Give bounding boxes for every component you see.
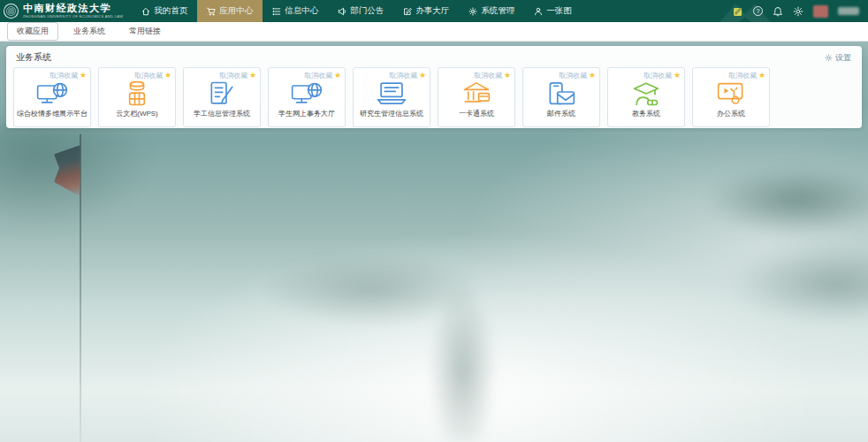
app-card-list: 取消收藏 ★ 综合校情多维展示平台 取消收藏 ★ <box>6 66 862 127</box>
palm-fronds-right <box>612 131 868 378</box>
unfavorite-button[interactable]: 取消收藏 ★ <box>49 71 87 80</box>
bank-card-icon <box>462 81 491 107</box>
star-icon: ★ <box>589 72 596 80</box>
gear-icon <box>468 7 477 16</box>
nav-item-label: 信息中心 <box>285 5 318 17</box>
avatar[interactable] <box>813 5 828 18</box>
unfavorite-button[interactable]: 取消收藏 ★ <box>304 71 341 80</box>
app-label: 云文档(WPS) <box>101 109 173 118</box>
nav-item-one-map[interactable]: 一张图 <box>524 0 582 22</box>
nav-item-label: 一张图 <box>546 5 572 17</box>
star-icon: ★ <box>334 72 341 80</box>
app-label: 一卡通系统 <box>440 109 513 118</box>
palm-trunk-center <box>265 256 645 442</box>
top-navbar: 中南财经政法大学 ZHONGNAN UNIVERSITY OF ECONOMIC… <box>0 0 868 22</box>
app-card[interactable]: 取消收藏 ★ 教务系统 <box>607 67 685 127</box>
doc-pencil-icon <box>209 80 235 107</box>
university-brand[interactable]: 中南财经政法大学 ZHONGNAN UNIVERSITY OF ECONOMIC… <box>0 0 132 22</box>
unfavorite-label: 取消收藏 <box>474 71 502 80</box>
unfavorite-button[interactable]: 取消收藏 ★ <box>643 71 681 80</box>
app-label: 学工信息管理系统 <box>186 109 258 118</box>
username-blurred[interactable] <box>838 7 859 15</box>
mail-phone-icon <box>547 81 575 107</box>
graduate-icon <box>633 80 659 107</box>
nav-item-app-center[interactable]: 应用中心 <box>197 0 263 22</box>
main-nav-menu: 我的首页 应用中心 信息中心 部门公告 办事大厅 系统管理 一张图 <box>132 0 582 22</box>
app-label: 学生网上事务大厅 <box>270 109 343 118</box>
unfavorite-button[interactable]: 取消收藏 ★ <box>728 71 765 80</box>
cloud-docs-icon <box>124 80 150 107</box>
nav-item-info-center[interactable]: 信息中心 <box>263 0 328 22</box>
unfavorite-button[interactable]: 取消收藏 ★ <box>474 71 511 80</box>
app-card[interactable]: 取消收藏 ★ 研究生管理信息系统 <box>353 67 430 127</box>
star-icon: ★ <box>504 72 511 80</box>
app-card[interactable]: 取消收藏 ★ 学生网上事务大厅 <box>268 67 346 127</box>
unfavorite-label: 取消收藏 <box>219 71 247 80</box>
nav-item-service-hall[interactable]: 办事大厅 <box>393 0 459 22</box>
unfavorite-button[interactable]: 取消收藏 ★ <box>559 71 596 80</box>
app-card[interactable]: 取消收藏 ★ 云文档(WPS) <box>98 67 176 127</box>
star-icon: ★ <box>249 72 256 80</box>
tab-common-links[interactable]: 常用链接 <box>120 23 170 40</box>
app-label: 综合校情多维展示平台 <box>16 109 88 118</box>
gear-icon <box>825 54 833 62</box>
business-systems-panel: 业务系统 设置 取消收藏 ★ 综合校情多维展示平台 取消收藏 ★ <box>6 46 862 128</box>
home-icon <box>141 7 150 16</box>
university-seal-icon <box>4 4 19 19</box>
star-icon: ★ <box>674 72 681 80</box>
nav-item-label: 部门公告 <box>350 5 384 17</box>
app-card[interactable]: 取消收藏 ★ 邮件系统 <box>522 67 600 127</box>
unfavorite-label: 取消收藏 <box>643 71 672 80</box>
app-label: 办公系统 <box>695 109 767 118</box>
star-icon: ★ <box>758 72 765 80</box>
app-label: 邮件系统 <box>525 109 598 118</box>
unfavorite-label: 取消收藏 <box>728 71 757 80</box>
panel-title: 业务系统 <box>16 51 51 64</box>
university-name-en: ZHONGNAN UNIVERSITY OF ECONOMICS AND LAW <box>23 15 123 19</box>
cart-icon <box>207 7 216 16</box>
app-card[interactable]: 取消收藏 ★ 学工信息管理系统 <box>183 67 261 127</box>
monitor-globe-icon <box>36 80 68 107</box>
unfavorite-button[interactable]: 取消收藏 ★ <box>219 71 256 80</box>
user-icon <box>534 7 543 16</box>
nav-item-dept-announcements[interactable]: 部门公告 <box>328 0 393 22</box>
app-tabs: 收藏应用 业务系统 常用链接 <box>0 22 868 42</box>
panel-settings-button[interactable]: 设置 <box>825 52 851 64</box>
nav-item-my-home[interactable]: 我的首页 <box>132 0 197 22</box>
app-label: 研究生管理信息系统 <box>355 109 428 118</box>
app-card[interactable]: 取消收藏 ★ 办公系统 <box>692 67 770 127</box>
university-name: 中南财经政法大学 <box>23 4 123 13</box>
unfavorite-label: 取消收藏 <box>304 71 332 80</box>
star-icon: ★ <box>80 72 87 80</box>
app-label: 教务系统 <box>610 109 682 118</box>
bell-icon[interactable] <box>773 6 783 17</box>
nav-item-label: 我的首页 <box>154 5 187 17</box>
unfavorite-label: 取消收藏 <box>49 71 78 80</box>
nav-item-label: 系统管理 <box>481 5 514 17</box>
settings-icon[interactable] <box>793 6 803 17</box>
app-card[interactable]: 取消收藏 ★ 综合校情多维展示平台 <box>13 67 91 127</box>
unfavorite-button[interactable]: 取消收藏 ★ <box>134 71 171 80</box>
monitor-globe-icon <box>291 80 323 107</box>
megaphone-icon <box>338 7 346 16</box>
tab-business-systems[interactable]: 业务系统 <box>65 23 114 40</box>
unfavorite-label: 取消收藏 <box>559 71 587 80</box>
click-screen-icon <box>717 81 745 107</box>
unfavorite-button[interactable]: 取消收藏 ★ <box>389 71 426 80</box>
edit-icon <box>403 7 412 16</box>
unfavorite-label: 取消收藏 <box>134 71 163 80</box>
star-icon: ★ <box>164 72 171 80</box>
nav-item-label: 应用中心 <box>219 5 253 17</box>
panel-settings-label: 设置 <box>835 52 851 64</box>
list-icon <box>272 7 281 16</box>
app-card[interactable]: 取消收藏 ★ 一卡通系统 <box>438 67 515 127</box>
nav-item-system-management[interactable]: 系统管理 <box>459 0 524 22</box>
nav-item-label: 办事大厅 <box>415 5 449 17</box>
laptop-icon <box>377 81 407 106</box>
panel-header: 业务系统 设置 <box>6 46 862 66</box>
star-icon: ★ <box>419 72 426 80</box>
unfavorite-label: 取消收藏 <box>389 71 417 80</box>
tab-favorite-apps[interactable]: 收藏应用 <box>7 22 58 41</box>
